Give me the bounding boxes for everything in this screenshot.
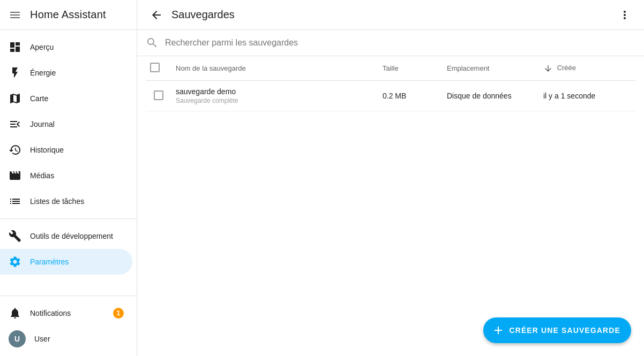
dev-tools-icon bbox=[9, 230, 21, 243]
select-all-header bbox=[146, 56, 171, 81]
notifications-badge: 1 bbox=[113, 308, 124, 319]
sidebar-item-dev-tools-label: Outils de développement bbox=[30, 232, 113, 240]
sort-down-icon bbox=[543, 64, 553, 73]
sidebar-item-historique[interactable]: Historique bbox=[0, 137, 132, 163]
backup-created: il y a 1 seconde bbox=[539, 81, 635, 111]
search-bar bbox=[137, 30, 644, 56]
sidebar-item-user-label: User bbox=[34, 335, 50, 343]
search-icon bbox=[146, 36, 159, 49]
more-button[interactable] bbox=[614, 4, 635, 26]
media-icon bbox=[9, 169, 21, 182]
sidebar-item-carte[interactable]: Carte bbox=[0, 86, 132, 111]
back-button[interactable] bbox=[146, 4, 167, 26]
row-checkbox-cell bbox=[146, 81, 171, 111]
sidebar-item-parametres[interactable]: Paramètres bbox=[0, 249, 132, 275]
fab-label: CRÉER UNE SAUVEGARDE bbox=[509, 326, 620, 335]
energy-icon bbox=[9, 66, 21, 79]
sidebar-bottom: Notifications 1 U User bbox=[0, 296, 137, 356]
journal-icon bbox=[9, 118, 21, 131]
table-container: Nom de la sauvegarde Taille Emplacement … bbox=[137, 56, 644, 356]
main-content: Sauvegardes bbox=[137, 0, 644, 356]
sidebar-item-energie-label: Énergie bbox=[30, 69, 56, 77]
sidebar-header: Home Assistant bbox=[0, 0, 137, 30]
backup-size: 0.2 MB bbox=[378, 81, 443, 111]
settings-icon bbox=[9, 255, 21, 268]
page-title: Sauvegardes bbox=[171, 9, 614, 21]
sidebar-item-energie[interactable]: Énergie bbox=[0, 60, 132, 86]
col-created: Créée bbox=[539, 56, 635, 81]
table-row[interactable]: sauvegarde demo Sauvegarde complète 0.2 … bbox=[146, 81, 635, 111]
backup-location: Disque de données bbox=[443, 81, 539, 111]
backups-table: Nom de la sauvegarde Taille Emplacement … bbox=[146, 56, 635, 111]
sidebar-item-notifications-label: Notifications bbox=[30, 309, 71, 317]
dashboard-icon bbox=[9, 41, 21, 54]
create-backup-button[interactable]: CRÉER UNE SAUVEGARDE bbox=[483, 317, 631, 343]
menu-icon[interactable] bbox=[9, 9, 21, 21]
search-input[interactable] bbox=[165, 38, 635, 48]
sidebar-item-apercu-label: Aperçu bbox=[30, 43, 54, 51]
history-icon bbox=[9, 143, 21, 156]
app-title: Home Assistant bbox=[30, 9, 106, 21]
map-icon bbox=[9, 92, 21, 105]
sidebar-item-journal-label: Journal bbox=[30, 120, 55, 128]
main-body: Nom de la sauvegarde Taille Emplacement … bbox=[137, 30, 644, 356]
main-header: Sauvegardes bbox=[137, 0, 644, 30]
row-checkbox[interactable] bbox=[154, 90, 163, 100]
sidebar-item-medias[interactable]: Médias bbox=[0, 163, 132, 188]
sidebar-item-dev-tools[interactable]: Outils de développement bbox=[0, 223, 132, 249]
sidebar-item-user[interactable]: U User bbox=[0, 326, 132, 352]
sidebar-item-notifications[interactable]: Notifications 1 bbox=[0, 300, 132, 326]
sidebar-item-carte-label: Carte bbox=[30, 94, 48, 103]
sidebar-item-listes-taches-label: Listes de tâches bbox=[30, 197, 84, 206]
backup-info-cell: sauvegarde demo Sauvegarde complète bbox=[171, 81, 378, 111]
sidebar-item-listes-taches[interactable]: Listes de tâches bbox=[0, 188, 132, 214]
plus-icon bbox=[492, 324, 505, 337]
col-location: Emplacement bbox=[443, 56, 539, 81]
select-all-checkbox[interactable] bbox=[150, 63, 160, 72]
sidebar-divider-1 bbox=[0, 218, 137, 219]
bell-icon bbox=[9, 307, 21, 320]
backup-type: Sauvegarde complète bbox=[176, 97, 374, 104]
avatar: U bbox=[9, 330, 26, 347]
sidebar-item-historique-label: Historique bbox=[30, 146, 64, 154]
fab-container: CRÉER UNE SAUVEGARDE bbox=[483, 317, 631, 343]
col-size: Taille bbox=[378, 56, 443, 81]
backup-name: sauvegarde demo bbox=[176, 87, 374, 96]
sidebar-item-parametres-label: Paramètres bbox=[30, 257, 69, 266]
sidebar-item-journal[interactable]: Journal bbox=[0, 111, 132, 137]
tasks-icon bbox=[9, 195, 21, 208]
sidebar-item-apercu[interactable]: Aperçu bbox=[0, 34, 132, 60]
sidebar: Home Assistant Aperçu Énergie bbox=[0, 0, 137, 356]
sidebar-item-medias-label: Médias bbox=[30, 171, 54, 180]
sidebar-nav: Aperçu Énergie Carte bbox=[0, 30, 137, 296]
col-name: Nom de la sauvegarde bbox=[171, 56, 378, 81]
